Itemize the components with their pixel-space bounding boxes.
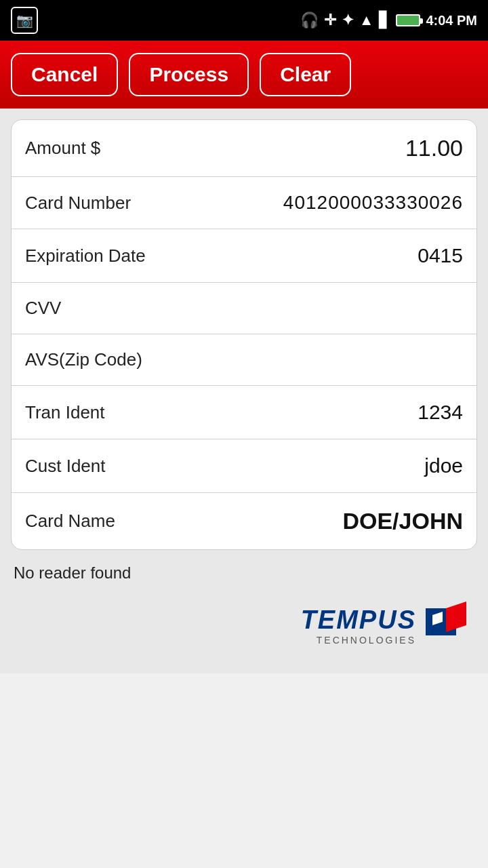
form-value: 4012000033330026 (283, 192, 463, 214)
form-label: Cust Ident (25, 456, 106, 477)
headset-icon (300, 12, 319, 29)
status-bar-right: 4:04 PM (300, 12, 477, 29)
toolbar: Cancel Process Clear (0, 41, 488, 108)
form-row[interactable]: AVS(Zip Code) (12, 334, 476, 386)
compass-icon (324, 12, 336, 29)
bluetooth-icon (342, 12, 354, 29)
form-value: 0415 (418, 244, 463, 267)
main-content: Amount $11.00Card Number4012000033330026… (0, 108, 488, 673)
form-label: Card Name (25, 511, 115, 532)
tempus-name: TEMPUS (301, 606, 416, 635)
tempus-text: TEMPUS TECHNOLOGIES (301, 606, 416, 646)
form-row[interactable]: CVV (12, 283, 476, 334)
form-row[interactable]: Tran Ident1234 (12, 386, 476, 439)
logo-area: TEMPUS TECHNOLOGIES (11, 588, 477, 663)
form-value: DOE/JOHN (342, 508, 463, 534)
form-row[interactable]: Card NameDOE/JOHN (12, 493, 476, 549)
wifi-icon (359, 12, 374, 29)
form-row[interactable]: Card Number4012000033330026 (12, 177, 476, 229)
form-value: 11.00 (405, 135, 463, 161)
signal-icon (379, 12, 390, 29)
cancel-button[interactable]: Cancel (11, 53, 118, 96)
tempus-sub: TECHNOLOGIES (317, 635, 416, 646)
status-bar-left: 📷 (11, 7, 38, 34)
form-row[interactable]: Expiration Date0415 (12, 229, 476, 283)
clock: 4:04 PM (426, 13, 477, 28)
form-label: AVS(Zip Code) (25, 349, 142, 370)
battery-icon (396, 14, 420, 26)
process-button[interactable]: Process (129, 53, 249, 96)
form-label: Amount $ (25, 138, 100, 159)
form-label: Card Number (25, 193, 131, 214)
form-label: CVV (25, 298, 61, 319)
form-label: Expiration Date (25, 245, 146, 267)
photo-icon: 📷 (11, 7, 38, 34)
tempus-logo: TEMPUS TECHNOLOGIES (301, 601, 466, 649)
tempus-logo-icon (419, 601, 466, 649)
form-label: Tran Ident (25, 402, 105, 423)
form-row[interactable]: Amount $11.00 (12, 120, 476, 177)
svg-marker-1 (446, 601, 466, 632)
payment-form-card: Amount $11.00Card Number4012000033330026… (11, 119, 477, 550)
form-value: 1234 (418, 401, 463, 424)
form-row[interactable]: Cust Identjdoe (12, 439, 476, 493)
status-bar: 📷 4:04 PM (0, 0, 488, 41)
form-value: jdoe (424, 454, 463, 477)
clear-button[interactable]: Clear (260, 53, 351, 96)
no-reader-text: No reader found (11, 558, 477, 588)
